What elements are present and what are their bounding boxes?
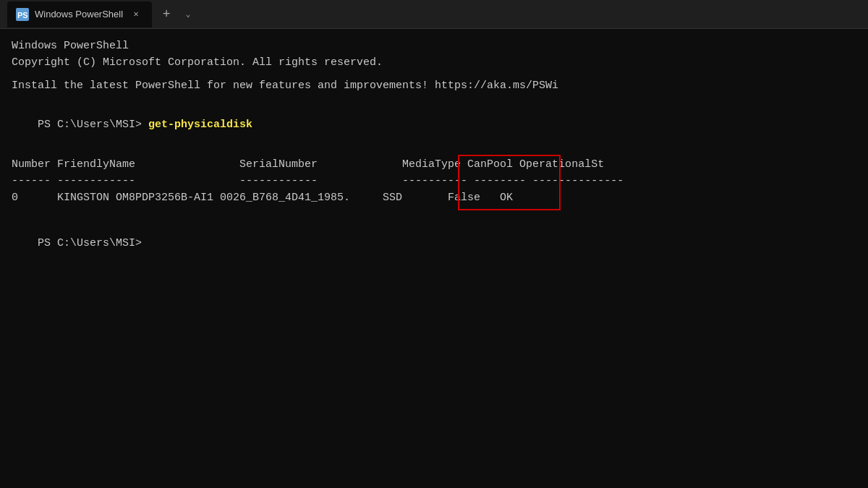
new-tab-button[interactable]: +	[155, 3, 178, 26]
prompt-text-1: PS C:\Users\MSI>	[38, 119, 148, 131]
terminal-output[interactable]: Windows PowerShell Copyright (C) Microso…	[0, 29, 868, 488]
powershell-icon: PS	[16, 8, 29, 21]
output-line-2: Copyright (C) Microsoft Corporation. All…	[12, 54, 856, 71]
close-tab-button[interactable]: ✕	[129, 7, 143, 22]
tab-title-label: Windows PowerShell	[35, 9, 123, 20]
prompt-text-2: PS C:\Users\MSI>	[38, 237, 148, 249]
blank-line-2	[12, 94, 856, 100]
data-row: 0 KINGSTON OM8PDP3256B-AI1 0026_B768_4D4…	[12, 189, 624, 206]
dropdown-button[interactable]: ⌄	[178, 4, 198, 25]
blank-line-1	[12, 72, 856, 77]
blank-line-4	[12, 206, 856, 212]
blank-line-3	[12, 150, 856, 156]
col-dashes: ------ ------------ ------------ -------…	[12, 173, 624, 189]
output-line-4: Install the latest PowerShell for new fe…	[12, 77, 856, 94]
svg-text:PS: PS	[17, 11, 28, 20]
titlebar: PS Windows PowerShell ✕ + ⌄	[0, 0, 868, 29]
prompt-line-1: PS C:\Users\MSI> get-physicaldisk	[12, 100, 856, 150]
output-line-1: Windows PowerShell	[12, 38, 856, 54]
active-tab[interactable]: PS Windows PowerShell ✕	[7, 1, 152, 27]
blank-line-5	[12, 212, 856, 218]
table-output: Number FriendlyName SerialNumber MediaTy…	[12, 156, 624, 207]
col-headers: Number FriendlyName SerialNumber MediaTy…	[12, 156, 624, 173]
command-text: get-physicaldisk	[148, 119, 252, 131]
prompt-line-2: PS C:\Users\MSI>	[12, 218, 856, 268]
